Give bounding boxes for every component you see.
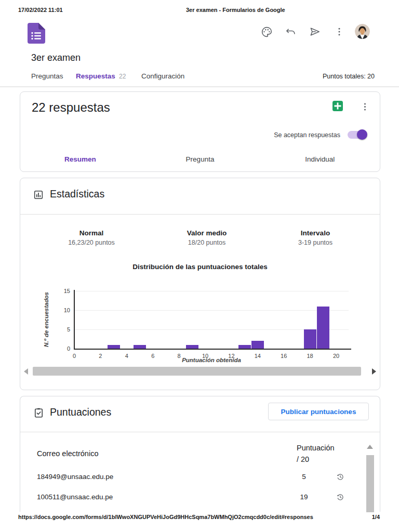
view-in-sheets-button[interactable] (331, 99, 344, 113)
scroll-right-arrow[interactable] (372, 368, 376, 375)
y-tick-label: 5 (56, 326, 70, 332)
subtab-pregunta[interactable]: Pregunta (140, 150, 260, 168)
y-axis (74, 290, 75, 349)
accepting-responses-label: Se aceptan respuestas (274, 131, 340, 139)
tab-configuracion[interactable]: Configuración (141, 72, 184, 80)
release-score-history-icon[interactable] (335, 492, 345, 502)
more-options-button[interactable] (332, 25, 346, 38)
subtab-resumen[interactable]: Resumen (20, 150, 140, 168)
undo-icon (285, 26, 297, 38)
send-button[interactable] (308, 25, 322, 38)
scroll-left-arrow[interactable] (24, 368, 28, 375)
forms-logo-icon (28, 22, 45, 44)
x-tick-label: 10 (197, 353, 213, 359)
y-tick-label: 15 (56, 288, 70, 294)
subtab-individual[interactable]: Individual (260, 150, 380, 168)
chart-bar (134, 345, 146, 349)
respuestas-count-badge: 22 (119, 73, 126, 80)
x-tick-label: 0 (66, 353, 82, 359)
clipboard-check-icon (33, 407, 45, 421)
gridline (74, 291, 349, 291)
header-divider (0, 86, 399, 87)
undo-button[interactable] (284, 25, 297, 38)
send-icon (309, 25, 321, 38)
responses-subtabs: Resumen Pregunta Individual (20, 150, 380, 168)
google-forms-responses-page: 17/02/2022 11:01 3er examen - Formulario… (0, 0, 399, 532)
print-window-title: 3er examen - Formularios de Google (186, 7, 285, 13)
tab-respuestas[interactable]: Respuestas (76, 72, 115, 80)
print-datetime: 17/02/2022 11:01 (18, 7, 63, 13)
chart-bar (304, 329, 316, 349)
x-tick-label: 12 (223, 353, 239, 359)
page-title: 3er examen (31, 52, 81, 63)
card-more-options-button[interactable] (358, 100, 371, 113)
row-score: 19 (295, 493, 313, 501)
chart-ylabel: N.º de encuestados (43, 292, 49, 347)
total-points-label: Puntos totales: 20 (323, 73, 375, 80)
more-vertical-icon (360, 102, 370, 112)
chart-bar (186, 345, 198, 349)
row-score: 5 (295, 473, 313, 481)
scores-title: Puntuaciones (50, 406, 111, 418)
column-header-email: Correo electrónico (37, 449, 98, 458)
x-tick-label: 18 (302, 353, 318, 359)
avatar-photo (355, 24, 370, 39)
scores-divider (20, 432, 380, 432)
accepting-responses-toggle[interactable] (348, 131, 366, 139)
sheets-icon (332, 100, 343, 112)
palette-icon (261, 26, 273, 38)
column-header-score-line1: Puntuación (297, 444, 335, 452)
x-tick-label: 6 (145, 353, 161, 359)
row-email: 100511@unsaac.edu.pe (37, 493, 113, 501)
gridline (74, 310, 349, 311)
responses-count-title: 22 respuestas (32, 100, 110, 115)
scores-card: Puntuaciones Publicar puntuaciones Corre… (20, 396, 380, 512)
publish-scores-button[interactable]: Publicar puntuaciones (268, 403, 369, 420)
more-vertical-icon (334, 26, 344, 37)
customize-theme-button[interactable] (260, 25, 273, 38)
vertical-scrollbar-thumb[interactable] (366, 455, 374, 512)
chart-bar (317, 307, 329, 349)
chart-area: N.º de encuestados Puntuación obtenida 0… (20, 178, 381, 391)
chart-bar (251, 341, 264, 349)
x-tick-label: 8 (171, 353, 187, 359)
tab-preguntas[interactable]: Preguntas (31, 72, 63, 80)
y-tick-label: 10 (56, 307, 70, 313)
x-tick-label: 2 (92, 353, 108, 359)
column-header-score-line2: / 20 (297, 455, 309, 463)
toggle-knob (357, 129, 367, 140)
x-tick-label: 16 (276, 353, 291, 359)
scroll-up-arrow[interactable] (367, 445, 373, 449)
forms-logo[interactable] (28, 22, 45, 44)
horizontal-scrollbar-thumb[interactable] (33, 367, 361, 376)
x-tick-label: 20 (328, 353, 344, 359)
release-score-history-icon[interactable] (335, 472, 345, 482)
x-tick-label: 14 (250, 353, 265, 359)
statistics-card: Estadísticas Normal 16,23/20 puntos Valo… (20, 178, 380, 390)
print-url: https://docs.google.com/forms/d/1blWwoXN… (18, 514, 313, 520)
account-avatar[interactable] (355, 24, 370, 39)
row-email: 184949@unsaac.edu.pe (37, 473, 113, 481)
y-tick-label: 0 (56, 345, 70, 352)
x-axis (74, 349, 351, 350)
chart-bar (108, 345, 120, 349)
x-tick-label: 4 (119, 353, 135, 359)
responses-card: 22 respuestas Se aceptan respuestas Resu… (20, 91, 380, 172)
print-page-indicator: 1/4 (372, 514, 380, 520)
chart-bar (238, 345, 251, 349)
